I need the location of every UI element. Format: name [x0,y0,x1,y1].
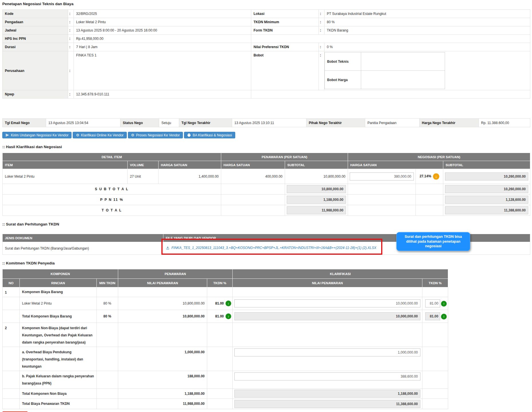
section-heading-surat: :: Surat dan Perhitungan TKDN [2,222,532,226]
bobot-teknis-label: Bobot Teknis [325,52,361,71]
info-label: Kode [3,10,68,18]
group-header: DETAIL ITEM [3,153,221,161]
empty-cell [207,287,233,297]
klarifikasi-nilai-input[interactable] [234,372,420,380]
info-row: Pengadaan : Loker Metal 2 Pintu TKDN Min… [3,18,530,26]
info-label: Jadwal [3,26,68,35]
colon: : [68,43,74,51]
colon: : [68,18,74,26]
column-header: HARGA SATUAN [221,161,285,169]
empty-cell [207,371,233,389]
column-header: MIN TKDN [97,279,118,287]
info-label: Form TKDN [251,26,319,35]
file-name: FINKA_TES_1_20250813_111043_3.+BQ+KOSONG… [171,246,376,250]
tkdn-pct-cell: 81.00↑ [207,297,233,310]
column-header: SUBTOTAL [285,161,348,169]
info-value: 12.345.678.9-010.111 [74,90,251,99]
arrow-circle-up-icon: ↑ [226,313,231,319]
bobot-table: Bobot Teknis Bobot Harga [325,52,445,89]
row-rincian: Total Komponen Biaya Barang [20,310,97,323]
nego-value: Panitia Pengadaan [365,119,420,127]
klarifikasi-tkdn-input[interactable] [425,299,440,307]
info-row: HPS Inc PPN : Rp.41,958,000.00 [3,35,530,43]
jenis-dokumen: Surat dan Perhitungan TKDN (Barang/Jasa/… [3,242,163,255]
ppn-row: P P N 11 % [3,195,530,205]
tkdn-pct-value: 81.00 [215,314,224,318]
nego-subtotal-cell [443,184,530,195]
klarifikasi-nilai-cell [233,371,422,389]
empty-cell [221,184,285,195]
row-rincian: Total Biaya Penawaran TKDN [20,399,97,409]
klarifikasi-nilai-input[interactable] [234,299,420,307]
info-value: 0 % [325,43,530,51]
info-row: Perusahaan : FINKA TES 1 Bobot : Bobot T… [3,51,530,90]
ba-klarifikasi-button[interactable]: BA Klarifikasi & Negosiasi [184,132,235,138]
empty-cell [118,323,207,347]
empty-cell [3,371,20,389]
klarifikasi-nilai-input[interactable] [234,348,420,356]
empty-cell [422,371,448,389]
page-title: Penetapan Negosiasi Teknis dan Biaya [2,2,532,6]
proses-negosiasi-button[interactable]: ⚙ Proses Negosiasi Ke Vendor [128,132,183,138]
bobot-teknis-value [361,52,445,71]
row-rincian: Total Komponen Non Biaya [20,389,97,399]
penawaran-subtotal-input [287,185,346,193]
klarifikasi-nilai-cell [233,310,422,323]
column-header: TKDN % [207,279,233,287]
uploaded-file-link[interactable]: FINKA_TES_1_20250813_111043_3.+BQ+KOSONG… [166,246,376,250]
penawaran-subtotal-cell [285,184,348,195]
info-value: 7 Hari | 8 Jam [74,43,251,51]
file-cell: FINKA_TES_1_20250813_111043_3.+BQ+KOSONG… [163,242,530,255]
info-value: 32/BRG/2025 [74,10,251,18]
nilai-penawaran: 11,988,000.00 [118,399,207,409]
empty-cell [207,399,233,409]
item-harga-satuan: 1,400,000.00 [159,169,221,184]
empty-cell [207,347,233,371]
info-row: Jadwal : 13 Agustus 2025 8:00:00 - 20 Ag… [3,26,530,35]
empty-cell [233,323,422,347]
empty-cell [3,399,20,409]
empty-cell [3,347,20,371]
column-header: NILAI PENAWARAN [233,279,422,287]
nego-harga-input[interactable] [350,172,414,181]
info-label: TKDN Minimum [251,18,319,26]
row-no: 2 [3,323,20,347]
paper-plane-icon [5,133,9,137]
kirim-undangan-button[interactable]: Kirim Undangan Negosiasi Ke Vendor [2,132,72,138]
info-value: Loker Metal 2 Pintu [74,18,251,26]
penawaran-subtotal: 10,800,000.00 [285,169,348,184]
empty-cell [97,347,118,371]
info-label: Pengadaan [3,18,68,26]
column-header: HARGA SATUAN [348,161,443,169]
summary-label: T O T A L [3,205,221,216]
group-header: PENAWARAN [118,269,233,279]
tkdn-tooltip: Surat dan perhitungan TKDN bisa dilihat … [396,232,470,251]
empty-cell [422,399,448,409]
nego-value: Rp. 11.388.600,00 [479,119,530,127]
empty-cell [251,35,530,43]
empty-cell [348,205,416,216]
item-row: Loker Metal 2 Pintu 27 Unit 1,400,000.00… [3,169,530,184]
info-row: Npwp : 12.345.678.9-010.111 [3,90,530,99]
page: Penetapan Negosiasi Teknis dan Biaya Kod… [0,0,532,412]
nego-harga-cell [348,169,416,184]
penawaran-total-input [287,206,346,214]
section-heading-hasil: :: Hasil Klarifikasi dan Negosiasi [2,145,532,149]
nego-label: Harga Nego Terakhir [420,119,479,127]
summary-label: P P N 11 % [3,195,221,205]
klarifikasi-tkdn-input [425,312,440,320]
gears-icon: ⚙ [76,133,79,137]
row-rincian: a. Overhead Biaya Pendukung (transportas… [20,347,97,371]
penawaran-harga-satuan: 400,000.00 [221,169,285,184]
group-header: NEGOSIASI (PER SATUAN) [348,153,530,161]
empty-cell [221,195,285,205]
nego-pct-cell: 27.14%↓ [416,169,443,184]
empty-cell [3,297,20,310]
penawaran-total-cell [285,205,348,216]
klarifikasi-nilai-input [234,312,420,320]
surat-section: JENIS DOKUMEN FILE YANG DIUPLOAD VENDOR … [2,234,532,255]
button-label: Klarifikasi Online Ke Vendor [81,133,124,137]
nego-subtotal-input [445,172,528,181]
colon: : [68,90,74,99]
klarifikasi-online-button[interactable]: ⚙ Klarifikasi Online Ke Vendor [73,132,126,138]
